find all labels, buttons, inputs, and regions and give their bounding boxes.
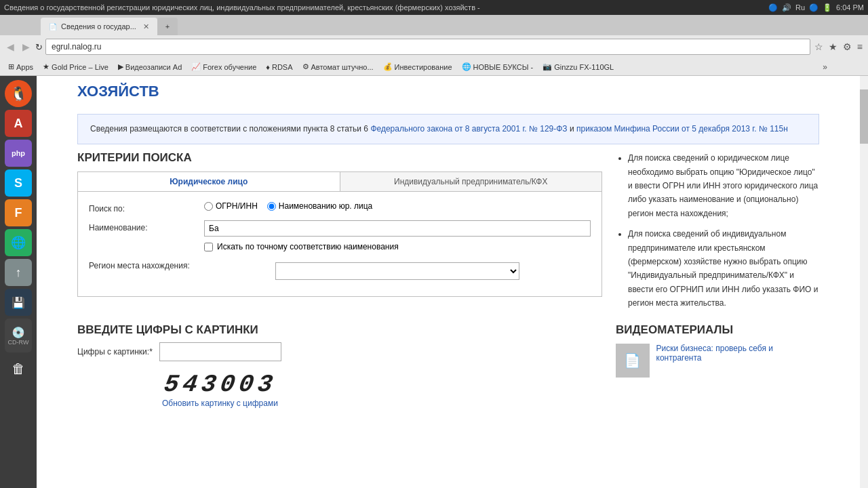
skype-icon: S [14,176,22,190]
region-select[interactable] [275,262,519,280]
info-link2[interactable]: приказом Минфина России от 5 декабря 201… [576,124,788,134]
captcha-form-part: Цифры с картинки:* 543003 Обновить карти… [77,342,281,408]
update-icon: ↑ [16,266,22,280]
page-title: ХОЗЯЙСТВ [77,83,819,100]
region-label: Регион места нахождения: [89,258,204,270]
novye-icon: 🌐 [462,62,471,71]
tab-close-button[interactable]: ✕ [143,22,149,31]
tab-yuridicheskoe-label: Юридическое лицо [170,177,248,186]
new-tab-icon: + [165,22,170,30]
region-controls [204,262,591,280]
name-row: Наименование: Искать по точному соответс… [89,220,591,251]
exact-match-label: Искать по точному соответствию наименова… [217,242,399,251]
radio-name[interactable] [267,202,276,211]
info-link1[interactable]: Федерального закона от 8 августа 2001 г.… [370,124,567,134]
tab-individualnyy-label: Индивидуальный предприниматель/КФХ [394,177,548,186]
os-topbar: Сведения о государственной регистрации ю… [0,0,868,15]
php-icon: php [12,149,25,157]
bookmark-video[interactable]: ▶ Видеозаписи Ad [114,61,186,73]
exact-match-row: Искать по точному соответствию наименова… [204,242,591,251]
search-form-box: Поиск по: ОГРН/ИНН Наименованию юр. лица [77,191,602,297]
name-input[interactable] [204,220,591,237]
bookmark-rdsa-label: RDSA [272,63,293,71]
sidebar-item-skype[interactable]: S [5,169,32,197]
sidebar-item-trash[interactable]: 🗑 [5,355,32,382]
radio-ogrn[interactable] [204,202,213,211]
exact-match-checkbox[interactable] [204,243,213,251]
radio-name-label[interactable]: Наименованию юр. лица [267,201,372,211]
bookmark-gold-price[interactable]: ★ Gold Price – Live [39,61,113,73]
gold-star-icon: ★ [43,62,50,71]
bookmarks-bar: ⊞ Apps ★ Gold Price – Live ▶ Видеозаписи… [0,58,868,76]
forward-button[interactable]: ▶ [20,40,33,54]
linux-icon: 🐧 [10,85,27,102]
sidebar-item-chrome[interactable]: 🌐 [5,229,32,256]
star-icon[interactable]: ★ [827,40,839,54]
sidebar-item-disk[interactable]: 💾 [5,289,32,316]
captcha-image: 543003 [162,371,278,399]
bookmark-avtomat[interactable]: ⚙ Автомат штучно... [298,61,378,73]
bookmarks-more-button[interactable]: » [823,62,827,72]
radio-ogrn-text: ОГРН/ИНН [216,201,258,211]
battery-icon: 🔋 [823,3,832,12]
bookmark-avtomat-label: Автомат штучно... [311,63,374,71]
tab-individualnyy[interactable]: Индивидуальный предприниматель/КФХ [340,172,602,191]
time: 6:04 PM [836,3,864,12]
bookmark-novye[interactable]: 🌐 НОВЫЕ БУКСЫ - [458,61,538,73]
sidebar-item-cdrw[interactable]: 💿 CD-RW [5,319,32,352]
back-button[interactable]: ◀ [4,40,17,54]
cdrw-label: CD-RW [8,339,29,346]
radio-row: ОГРН/ИНН Наименованию юр. лица [204,201,591,211]
toolbar-icons: ☆ ★ ⚙ ≡ [813,40,864,54]
scrollbar[interactable] [860,76,868,488]
captcha-label: Цифры с картинки:* [77,347,153,357]
sidebar-item-filezilla[interactable]: F [5,199,32,226]
bluetooth-icon: 🔵 [809,3,818,12]
disk-icon: 💾 [12,296,25,309]
sidebar-item-linux[interactable]: 🐧 [5,80,32,107]
radio-ogrn-label[interactable]: ОГРН/ИНН [204,201,258,211]
menu-icon[interactable]: ≡ [856,40,864,54]
bookmark-invest[interactable]: 💰 Инвестирование [379,61,456,73]
ginzzu-icon: 📷 [542,62,552,71]
apps-icon: ⊞ [8,62,14,71]
captcha-image-wrapper: 543003 Обновить картинку с цифрами [159,371,281,408]
video-link[interactable]: Риски бизнеса: проверь себя и контрагент… [656,344,819,363]
active-tab[interactable]: 📄 Сведения о государ... ✕ [41,18,157,35]
chrome-icon[interactable]: ⚙ [842,40,853,54]
captcha-refresh-link[interactable]: Обновить картинку с цифрами [162,399,278,408]
scrollbar-thumb[interactable] [860,89,868,144]
network-icon: 🔵 [768,3,778,12]
bookmark-apps-label: Apps [16,63,33,71]
browser-tabs: 📄 Сведения о государ... ✕ + [0,15,868,35]
bookmark-forex[interactable]: 📈 Forex обучение [187,61,260,73]
bookmark-rdsa[interactable]: ♦ RDSA [262,62,296,73]
tab-favicon: 📄 [49,23,57,30]
sidebar-item-php[interactable]: php [5,140,32,167]
bookmark-ginzzu[interactable]: 📷 Ginzzu FX-110GL [538,61,618,73]
videomaterials-section: ВИДЕОМАТЕРИАЛЫ 📄 Риски бизнеса: проверь … [616,323,819,408]
sidebar-item-update[interactable]: ↑ [5,259,32,286]
video-item: 📄 Риски бизнеса: проверь себя и контраге… [616,344,819,378]
sidebar: 🐧 A php S F 🌐 ↑ 💾 💿 CD-RW 🗑 [0,76,37,488]
main-layout: 🐧 A php S F 🌐 ↑ 💾 💿 CD-RW 🗑 [0,76,868,488]
avtomat-icon: ⚙ [302,62,309,71]
search-form: КРИТЕРИИ ПОИСКА Юридическое лицо Индивид… [77,151,602,317]
search-by-label: Поиск по: [89,201,204,214]
tab-yuridicheskoe-lico[interactable]: Юридическое лицо [78,172,340,191]
help-item-1: Для поиска сведений о юридическом лице н… [628,151,819,220]
sidebar-item-app1[interactable]: A [5,110,32,137]
os-system-tray: 🔵 🔊 Ru 🔵 🔋 6:04 PM [768,3,864,12]
radio-name-text: Наименованию юр. лица [279,201,372,211]
content-area[interactable]: ХОЗЯЙСТВ Сведения размещаются в соответс… [37,76,860,488]
chrome-logo-icon: 🌐 [11,235,26,250]
bookmark-star-icon[interactable]: ☆ [813,40,825,54]
captcha-row: Цифры с картинки:* 543003 Обновить карти… [77,342,595,408]
bookmark-apps[interactable]: ⊞ Apps [4,61,37,73]
inactive-tab[interactable]: + [157,18,178,35]
captcha-section: ВВЕДИТЕ ЦИФРЫ С КАРТИНКИ Цифры с картинк… [77,323,595,408]
reload-button[interactable]: ↻ [35,42,43,52]
captcha-input[interactable] [159,342,281,361]
address-bar[interactable] [45,39,810,55]
trash-icon: 🗑 [12,361,25,377]
